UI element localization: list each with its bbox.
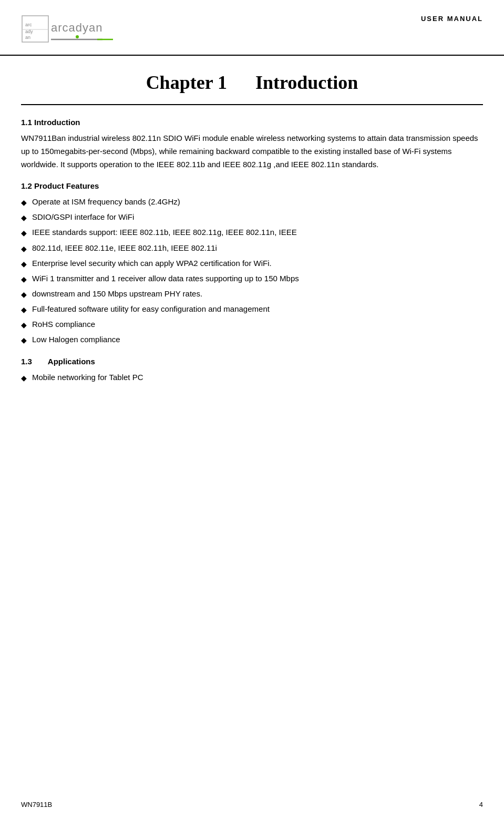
section-1-2-bullets: ◆ Operate at ISM frequency bands (2.4GHz… — [21, 196, 483, 346]
svg-text:an: an — [25, 35, 30, 40]
section-1-2-heading: 1.2 Product Features — [21, 181, 483, 190]
bullet-icon: ◆ — [21, 334, 27, 346]
section-1-3-title: Applications — [48, 357, 95, 366]
bullet-icon: ◆ — [21, 197, 27, 209]
list-item: ◆ Full-featured software utility for eas… — [21, 303, 483, 316]
list-item: ◆ Mobile networking for Tablet PC — [21, 371, 483, 384]
main-content: 1.1 Introduction WN7911Ban industrial wi… — [0, 105, 504, 411]
section-1-1-heading: 1.1 Introduction — [21, 118, 483, 127]
section-1-1-paragraph: WN7911Ban industrial wireless 802.11n SD… — [21, 132, 483, 171]
svg-text:arc: arc — [25, 22, 32, 27]
section-1-3-number: 1.3 — [21, 357, 32, 366]
list-item: ◆ downstream and 150 Mbps upstream PHY r… — [21, 288, 483, 301]
section-1-3-bullets: ◆ Mobile networking for Tablet PC — [21, 371, 483, 384]
chapter-title-section: Chapter 1 Introduction — [0, 56, 504, 104]
list-item: ◆ Enterprise level security which can ap… — [21, 257, 483, 270]
section-1-3-heading: 1.3 Applications — [21, 357, 483, 366]
page-header: arcadyan arc ady an USER MANUAL — [0, 0, 504, 56]
bullet-icon: ◆ — [21, 289, 27, 301]
chapter-name: Introduction — [255, 72, 358, 93]
list-item: ◆ WiFi 1 transmitter and 1 receiver allo… — [21, 272, 483, 285]
arcadyan-logo: arcadyan arc ady an — [21, 15, 116, 44]
bullet-icon: ◆ — [21, 304, 27, 316]
bullet-icon: ◆ — [21, 319, 27, 331]
logo-area: arcadyan arc ady an — [21, 9, 116, 50]
user-manual-label: USER MANUAL — [421, 9, 483, 23]
footer-model: WN7911B — [21, 801, 52, 808]
bullet-icon: ◆ — [21, 258, 27, 270]
list-item: ◆ Low Halogen compliance — [21, 333, 483, 346]
list-item: ◆ Operate at ISM frequency bands (2.4GHz… — [21, 196, 483, 209]
bullet-icon: ◆ — [21, 243, 27, 255]
bullet-icon: ◆ — [21, 212, 27, 224]
svg-point-2 — [76, 35, 79, 38]
footer-page: 4 — [479, 801, 483, 808]
list-item: ◆ IEEE standards support: IEEE 802.11b, … — [21, 226, 483, 239]
page: arcadyan arc ady an USER MANUAL Chapter … — [0, 0, 504, 819]
chapter-label: Chapter 1 — [146, 72, 227, 93]
bullet-icon: ◆ — [21, 273, 27, 285]
chapter-heading: Chapter 1 Introduction — [21, 71, 483, 94]
page-footer: WN7911B 4 — [21, 801, 483, 808]
bullet-icon: ◆ — [21, 372, 27, 384]
list-item: ◆ 802.11d, IEEE 802.11e, IEEE 802.11h, I… — [21, 242, 483, 255]
svg-text:arcadyan: arcadyan — [51, 21, 103, 34]
svg-text:ady: ady — [25, 29, 33, 34]
list-item: ◆ SDIO/GSPI interface for WiFi — [21, 211, 483, 224]
list-item: ◆ RoHS compliance — [21, 318, 483, 331]
bullet-icon: ◆ — [21, 227, 27, 239]
